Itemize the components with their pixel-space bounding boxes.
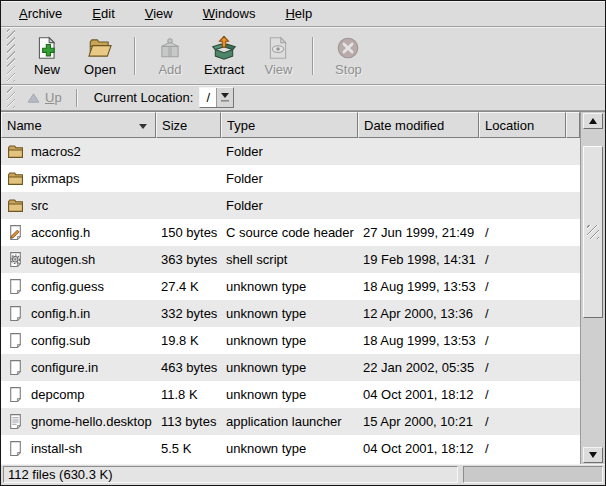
file-location-cell: / [485,408,489,435]
file-date-modified-cell: 15 Apr 2000, 10:21 [363,408,473,435]
status-bar: 112 files (630.3 K) [1,464,605,485]
scroll-down-icon [589,452,597,458]
new-button[interactable]: New [24,33,70,79]
file-location-cell: / [485,219,489,246]
column-header-type-label: Type [227,118,255,133]
file-name-cell: install-sh [31,435,82,462]
column-header-size[interactable]: Size [156,112,221,138]
new-button-label: New [34,62,60,77]
column-header-size-label: Size [162,118,187,133]
file-size-cell: 11.8 K [161,381,198,408]
combobox-arrow-icon [217,88,233,107]
scrollbar-down-button[interactable] [583,447,603,463]
up-button-label: Up [45,90,62,105]
column-header-type[interactable]: Type [221,112,358,138]
extract-button-label: Extract [204,62,244,77]
file-type-cell: unknown type [226,300,306,327]
scrollbar-up-button[interactable] [583,113,603,129]
view-button[interactable]: View [255,33,301,79]
menu-view[interactable]: View [145,6,173,21]
file-row[interactable]: autogen.sh363 bytesshell script19 Feb 19… [1,246,580,273]
file-size-cell: 5.5 K [161,435,191,462]
file-type-cell: shell script [226,246,287,273]
file-name-cell: config.h.in [31,300,90,327]
file-location-cell: / [485,381,489,408]
scrollbar-thumb[interactable] [583,146,603,318]
column-header-name-label: Name [7,118,42,133]
toolbar: New Open Add [1,27,605,85]
up-arrow-icon [27,92,40,104]
column-header-location-label: Location [485,118,534,133]
file-date-modified-cell: 19 Feb 1998, 14:31 [363,246,476,273]
menu-archive[interactable]: Archive [19,6,62,21]
scroll-up-icon [589,118,597,124]
file-row[interactable]: gnome-hello.desktop113 bytesapplication … [1,408,580,435]
file-date-modified-cell: 04 Oct 2001, 18:12 [363,435,474,462]
up-button[interactable]: Up [23,89,66,106]
file-type-cell: Folder [226,192,263,219]
current-location-label: Current Location: [94,90,194,105]
file-name-cell: depcomp [31,381,84,408]
location-bar: Up Current Location: / [1,85,605,111]
menu-windows[interactable]: Windows [203,6,256,21]
file-name-cell: autogen.sh [31,246,95,273]
file-type-cell: unknown type [226,327,306,354]
file-type-cell: application launcher [226,408,342,435]
sort-descending-icon [139,124,147,129]
status-message-panel: 112 files (630.3 K) [3,466,458,483]
menu-help[interactable]: Help [285,6,312,21]
file-row[interactable]: config.sub19.8 Kunknown type18 Aug 1999,… [1,327,580,354]
add-files-icon [157,35,183,61]
file-row[interactable]: config.h.in332 bytesunknown type12 Apr 2… [1,300,580,327]
file-row[interactable]: acconfig.h150 bytesC source code header2… [1,219,580,246]
file-date-modified-cell: 27 Jun 1999, 21:49 [363,219,474,246]
file-name-cell: acconfig.h [31,219,90,246]
file-size-cell: 332 bytes [161,300,217,327]
vertical-scrollbar[interactable] [580,112,605,464]
toolbar-separator [312,37,314,75]
file-size-cell: 19.8 K [161,327,199,354]
file-row[interactable]: config.guess27.4 Kunknown type18 Aug 199… [1,273,580,300]
file-location-cell: / [485,354,489,381]
column-header-name[interactable]: Name [1,112,156,138]
file-type-cell: Folder [226,165,263,192]
open-button[interactable]: Open [77,33,123,79]
status-text: 112 files (630.3 K) [8,467,113,482]
folder-icon [7,165,25,192]
file-type-cell: unknown type [226,273,306,300]
file-gear-icon [7,246,25,273]
add-button[interactable]: Add [147,33,193,79]
file-row[interactable]: install-sh5.5 Kunknown type04 Oct 2001, … [1,435,580,462]
file-row[interactable]: pixmapsFolder [1,165,580,192]
stop-button-label: Stop [335,62,362,77]
file-size-cell: 463 bytes [161,354,217,381]
status-progress-panel [463,466,603,483]
file-list: macros2FolderpixmapsFoldersrcFolderaccon… [1,138,580,464]
stop-icon [335,35,361,61]
file-name-cell: macros2 [31,138,81,165]
location-bar-grip[interactable] [7,87,15,108]
file-location-cell: / [485,273,489,300]
file-name-cell: config.sub [31,327,90,354]
file-row[interactable]: srcFolder [1,192,580,219]
file-row[interactable]: macros2Folder [1,138,580,165]
file-type-cell: unknown type [226,435,306,462]
file-icon [7,300,25,327]
add-button-label: Add [158,62,181,77]
menu-edit[interactable]: Edit [92,6,114,21]
file-date-modified-cell: 18 Aug 1999, 13:53 [363,327,476,354]
new-archive-icon [34,35,60,61]
column-header-location[interactable]: Location [479,112,566,138]
column-header-date-modified[interactable]: Date modified [358,112,479,138]
location-combobox[interactable]: / [199,87,234,108]
file-row[interactable]: configure.in463 bytesunknown type22 Jan … [1,354,580,381]
extract-button[interactable]: Extract [200,33,248,79]
folder-icon [7,138,25,165]
file-row[interactable]: depcomp11.8 Kunknown type04 Oct 2001, 18… [1,381,580,408]
file-type-cell: Folder [226,138,263,165]
file-icon [7,327,25,354]
toolbar-grip[interactable] [7,29,15,82]
extract-icon [211,35,237,61]
file-name-cell: gnome-hello.desktop [31,408,152,435]
stop-button[interactable]: Stop [325,33,371,79]
